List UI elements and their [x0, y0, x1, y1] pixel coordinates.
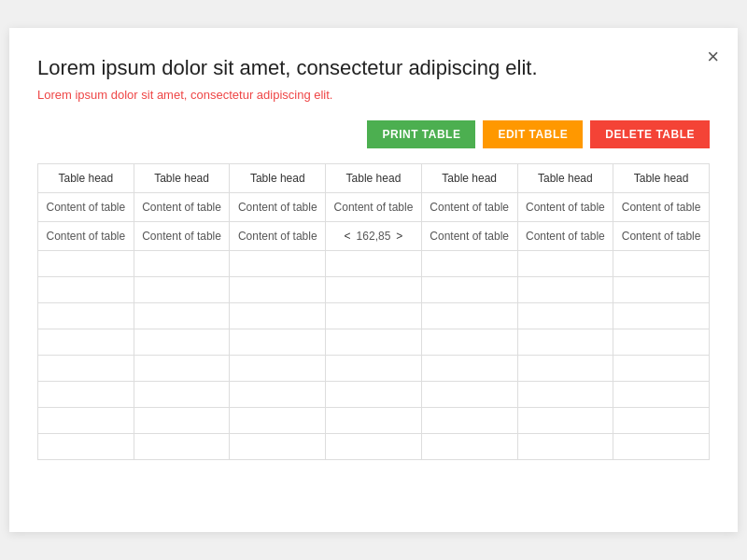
modal-container: × Lorem ipsum dolor sit amet, consectetu… [9, 28, 738, 532]
empty-cell [421, 251, 517, 277]
table-cell: Content of table [38, 222, 134, 251]
nav-right-arrow[interactable]: > [396, 230, 402, 243]
empty-cell [613, 277, 710, 303]
empty-cell [230, 251, 326, 277]
table-header-cell: Table head [230, 164, 326, 193]
empty-cell [517, 382, 613, 408]
empty-cell [230, 382, 326, 408]
empty-cell [517, 356, 613, 382]
empty-cell [517, 277, 613, 303]
empty-cell [421, 408, 517, 434]
table-cell: Content of table [517, 193, 613, 222]
empty-cell [38, 277, 134, 303]
nav-left-arrow[interactable]: < [345, 230, 351, 243]
empty-cell [517, 434, 613, 460]
empty-cell [230, 408, 326, 434]
empty-cell [613, 408, 710, 434]
table-header-cell: Table head [517, 164, 613, 193]
empty-cell [326, 382, 422, 408]
empty-row [38, 382, 710, 408]
empty-cell [134, 277, 230, 303]
table-row: Content of tableContent of tableContent … [38, 193, 710, 222]
empty-cell [38, 356, 134, 382]
delete-table-button[interactable]: DELETE TABLE [590, 120, 710, 148]
table-cell: Content of table [613, 222, 710, 251]
empty-cell [421, 277, 517, 303]
table-cell: Content of table [230, 222, 326, 251]
empty-row [38, 303, 710, 329]
empty-cell [134, 356, 230, 382]
empty-cell [134, 303, 230, 329]
table-cell: Content of table [230, 193, 326, 222]
table-cell: Content of table [134, 193, 230, 222]
empty-row [38, 329, 710, 356]
empty-cell [230, 329, 326, 356]
empty-cell [38, 303, 134, 329]
empty-cell [38, 329, 134, 356]
empty-cell [517, 303, 613, 329]
table-header-cell: Table head [134, 164, 230, 193]
edit-table-button[interactable]: EDIT TABLE [483, 120, 583, 148]
table-cell: Content of table [38, 193, 134, 222]
empty-cell [326, 277, 422, 303]
empty-cell [326, 303, 422, 329]
empty-cell [517, 251, 613, 277]
empty-cell [134, 382, 230, 408]
empty-cell [38, 408, 134, 434]
modal-subtitle: Lorem ipsum dolor sit amet, consectetur … [37, 88, 710, 102]
empty-cell [421, 434, 517, 460]
empty-cell [134, 408, 230, 434]
empty-cell [134, 329, 230, 356]
empty-cell [613, 303, 710, 329]
modal-title: Lorem ipsum dolor sit amet, consectetur … [37, 56, 710, 80]
nav-value: 162,85 [357, 230, 391, 243]
empty-cell [326, 408, 422, 434]
empty-cell [421, 303, 517, 329]
table-header-cell: Table head [38, 164, 134, 193]
empty-cell [326, 251, 422, 277]
empty-cell [421, 329, 517, 356]
empty-cell [613, 251, 710, 277]
table-cell: Content of table [326, 193, 422, 222]
empty-row [38, 434, 710, 460]
empty-cell [613, 356, 710, 382]
close-button[interactable]: × [707, 47, 719, 67]
empty-cell [613, 382, 710, 408]
empty-cell [326, 356, 422, 382]
empty-cell [38, 251, 134, 277]
table-cell[interactable]: <162,85> [326, 222, 422, 251]
table-row: Content of tableContent of tableContent … [38, 222, 710, 251]
table-cell: Content of table [613, 193, 710, 222]
empty-cell [230, 277, 326, 303]
empty-cell [230, 303, 326, 329]
empty-cell [134, 251, 230, 277]
table-cell: Content of table [134, 222, 230, 251]
data-table: Table headTable headTable headTable head… [37, 163, 710, 460]
table-header-cell: Table head [613, 164, 710, 193]
table-cell: Content of table [421, 222, 517, 251]
empty-cell [517, 329, 613, 356]
print-table-button[interactable]: PRINT TABLE [367, 120, 475, 148]
empty-cell [326, 434, 422, 460]
toolbar: PRINT TABLE EDIT TABLE DELETE TABLE [37, 120, 710, 148]
empty-cell [38, 434, 134, 460]
empty-cell [613, 434, 710, 460]
empty-cell [421, 382, 517, 408]
empty-cell [230, 356, 326, 382]
empty-row [38, 277, 710, 303]
empty-cell [326, 329, 422, 356]
table-cell: Content of table [517, 222, 613, 251]
empty-cell [230, 434, 326, 460]
empty-cell [421, 356, 517, 382]
table-header-cell: Table head [326, 164, 422, 193]
empty-row [38, 251, 710, 277]
empty-row [38, 356, 710, 382]
empty-cell [517, 408, 613, 434]
table-header-cell: Table head [421, 164, 517, 193]
empty-row [38, 408, 710, 434]
empty-cell [38, 382, 134, 408]
table-cell: Content of table [421, 193, 517, 222]
empty-cell [613, 329, 710, 356]
empty-cell [134, 434, 230, 460]
